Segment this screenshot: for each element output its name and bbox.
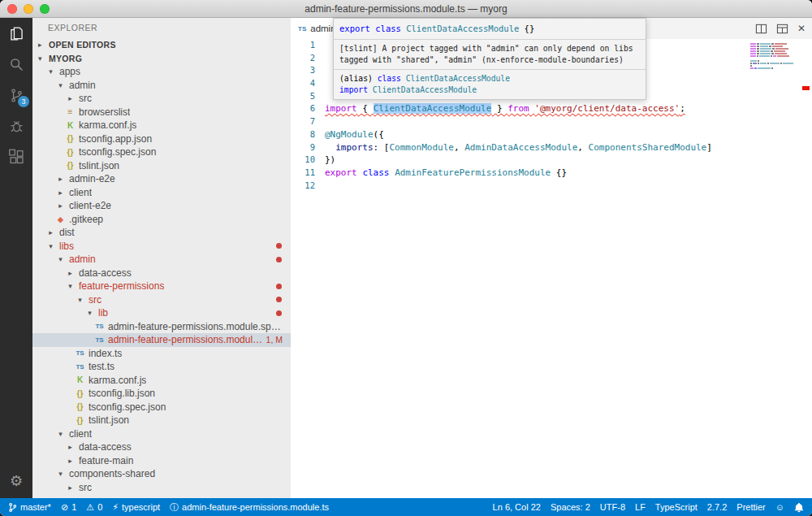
status-encoding[interactable]: UTF-8 <box>600 502 625 512</box>
ts-file-icon: TS <box>94 336 105 344</box>
minimize-window-button[interactable] <box>24 4 33 14</box>
status-error-count[interactable]: ⊘1 <box>61 502 76 513</box>
chevron-down-icon: ▾ <box>75 296 85 304</box>
chevron-down-icon: ▾ <box>55 255 66 263</box>
folder-admin[interactable]: ▾admin <box>32 79 291 93</box>
status-tslint-status[interactable]: ⚡typescript <box>112 502 160 513</box>
line-number: 5 <box>291 90 315 103</box>
explorer-icon[interactable] <box>0 18 32 49</box>
folder-data-access[interactable]: ▸data-access <box>32 440 291 454</box>
code-line-6[interactable]: 6import { ClientDataAccessModule } from … <box>291 102 812 115</box>
status-ts-version[interactable]: 2.7.2 <box>707 502 727 512</box>
line-content <box>315 39 325 52</box>
file-tsconfig.lib.json[interactable]: {}tsconfig.lib.json <box>32 387 291 401</box>
folder-src[interactable]: ▸src <box>32 92 291 106</box>
folder-lib[interactable]: ▾lib <box>32 306 291 320</box>
tslint-message-line: tagged with "shared", "admin" (nx-enforc… <box>339 54 640 66</box>
line-content <box>315 180 325 193</box>
info-icon: ⓘ <box>170 501 179 514</box>
editor-layout-icon[interactable] <box>776 23 788 35</box>
status-warning-count[interactable]: ⚠0 <box>86 502 102 513</box>
folder-client[interactable]: ▾client <box>32 427 291 441</box>
debug-icon[interactable] <box>0 111 32 141</box>
status-git-branch-text: master* <box>20 502 51 512</box>
vscode-window: admin-feature-permissions.module.ts — my… <box>0 0 812 516</box>
code-region[interactable]: 123456import { ClientDataAccessModule } … <box>291 39 812 498</box>
close-window-button[interactable] <box>7 4 17 14</box>
status-language-mode[interactable]: TypeScript <box>655 502 698 512</box>
code-line-8[interactable]: 8@NgModule({ <box>291 128 812 141</box>
zoom-window-button[interactable] <box>40 4 50 14</box>
file-.gitkeep[interactable]: ◆.gitkeep <box>32 213 291 227</box>
status-cursor-position[interactable]: Ln 6, Col 22 <box>493 502 541 512</box>
file-tsconfig.spec.json[interactable]: {}tsconfig.spec.json <box>32 145 291 159</box>
file-tslint.json[interactable]: {}tslint.json <box>32 414 291 427</box>
file-tslint.json[interactable]: {}tslint.json <box>32 159 291 173</box>
extensions-icon[interactable] <box>0 141 32 172</box>
root-folder-section[interactable]: ▾ MYORG <box>32 51 291 65</box>
title-bar[interactable]: admin-feature-permissions.module.ts — my… <box>0 0 812 18</box>
chevron-right-icon: ▸ <box>35 41 45 49</box>
code-line-9[interactable]: 9 imports: [CommonModule, AdminDataAcces… <box>291 141 812 154</box>
file-karma.conf.js[interactable]: Kkarma.conf.js <box>32 119 291 132</box>
folder-client[interactable]: ▸client <box>32 186 291 200</box>
open-editors-section[interactable]: ▸ OPEN EDITORS <box>32 37 291 51</box>
folder-dist[interactable]: ▸dist <box>32 226 291 240</box>
folder-libs[interactable]: ▾libs <box>32 240 291 254</box>
editor-area: TS admin-feature-permissions.module.ts ✕… <box>291 18 812 498</box>
folder-data-access[interactable]: ▸data-access <box>32 267 291 280</box>
chevron-down-icon: ▾ <box>45 242 56 250</box>
source-control-icon[interactable]: 3 <box>0 80 32 111</box>
hover-error-message: [tslint] A project tagged with "admin" c… <box>334 39 646 69</box>
folder-admin-e2e[interactable]: ▸admin-e2e <box>32 172 291 186</box>
code-token: ComponentsSharedModule <box>589 142 707 153</box>
file-tsconfig.spec.json[interactable]: {}tsconfig.spec.json <box>32 401 291 414</box>
status-notifications[interactable] <box>794 502 804 513</box>
code-token: ClientDataAccessModule <box>406 74 510 83</box>
status-indentation-text: Spaces: 2 <box>551 502 590 512</box>
folder-components-shared[interactable]: ▾components-shared <box>32 467 291 481</box>
code-line-11[interactable]: 11export class AdminFeaturePermissionsMo… <box>291 167 812 180</box>
folder-apps[interactable]: ▾apps <box>32 65 291 79</box>
git-file-icon: ◆ <box>55 215 66 223</box>
status-active-file-info[interactable]: ⓘadmin-feature-permissions.module.ts <box>170 501 329 514</box>
file-karma.conf.js[interactable]: Kkarma.conf.js <box>32 374 291 388</box>
folder-src[interactable]: ▸src <box>32 481 291 495</box>
code-line-7[interactable]: 7 <box>291 115 812 128</box>
tree-item-label: tsconfig.spec.json <box>79 146 156 158</box>
folder-client-e2e[interactable]: ▸client-e2e <box>32 199 291 213</box>
code-token: from <box>508 103 529 114</box>
code-token: import <box>339 85 368 94</box>
code-line-12[interactable]: 12 <box>291 180 812 193</box>
ts-file-icon: TS <box>75 363 85 371</box>
status-bar: master*⊘1⚠0⚡typescriptⓘadmin-feature-per… <box>0 498 812 516</box>
folder-feature-permissions[interactable]: ▾feature-permissions <box>32 280 291 293</box>
code-line-10[interactable]: 10}) <box>291 154 812 167</box>
minimap[interactable] <box>750 43 797 72</box>
file-admin-feature-permissions.module.spec.ts[interactable]: TSadmin-feature-permissions.module.spec.… <box>32 320 291 334</box>
scm-badge: 3 <box>18 96 29 107</box>
file-tsconfig.app.json[interactable]: {}tsconfig.app.json <box>32 132 291 146</box>
status-feedback[interactable]: ☺ <box>775 502 784 512</box>
settings-gear-icon[interactable]: ⚙ <box>0 464 32 498</box>
status-indentation[interactable]: Spaces: 2 <box>551 502 590 512</box>
folder-admin[interactable]: ▾admin <box>32 253 291 267</box>
split-editor-icon[interactable] <box>755 23 767 35</box>
search-icon[interactable] <box>0 49 32 80</box>
error-dot <box>276 297 282 302</box>
file-browserslist[interactable]: ≡browserslist <box>32 106 291 119</box>
activity-bar: 3 ⚙ <box>0 18 32 498</box>
close-editor-icon[interactable]: ✕ <box>797 23 806 34</box>
status-formatter[interactable]: Prettier <box>736 502 765 512</box>
overview-ruler[interactable] <box>801 39 812 498</box>
file-test.ts[interactable]: TStest.ts <box>32 360 291 374</box>
line-number: 8 <box>291 128 315 141</box>
folder-src[interactable]: ▾src <box>32 293 291 307</box>
status-eol[interactable]: LF <box>635 502 646 512</box>
code-token: class <box>378 74 401 83</box>
status-git-branch[interactable]: master* <box>8 502 51 513</box>
file-index.ts[interactable]: TSindex.ts <box>32 347 291 361</box>
file-admin-feature-permissions.module.ts[interactable]: TSadmin-feature-permissions.module.ts1, … <box>32 333 291 347</box>
folder-feature-main[interactable]: ▸feature-main <box>32 454 291 468</box>
code-token: } <box>491 103 508 114</box>
